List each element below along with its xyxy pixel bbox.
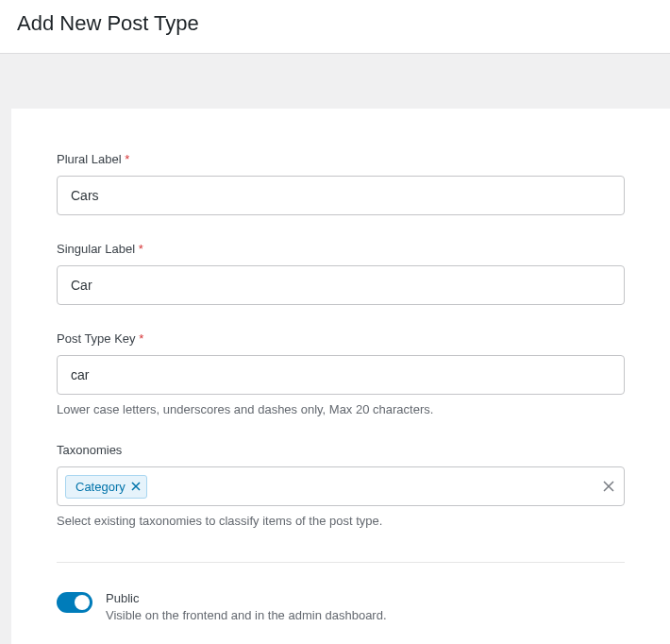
taxonomies-label: Taxonomies [57,443,625,457]
field-post-type-key: Post Type Key * Lower case letters, unde… [57,331,625,416]
field-plural-label: Plural Label * [57,152,625,215]
form-card: Plural Label * Singular Label * Post Typ… [11,109,670,644]
taxonomies-input[interactable]: Category [57,466,625,506]
public-toggle[interactable] [57,592,92,613]
required-asterisk: * [139,242,143,256]
taxonomies-help: Select existing taxonomies to classify i… [57,514,625,528]
label-text: Post Type Key [57,331,136,346]
plural-label-label: Plural Label * [57,152,625,166]
content-wrap: Plural Label * Singular Label * Post Typ… [0,54,670,644]
field-taxonomies: Taxonomies Category Select existing taxo… [57,443,625,528]
page-title: Add New Post Type [17,11,653,36]
public-description: Visible on the frontend and in the admin… [106,608,387,622]
singular-label-label: Singular Label * [57,242,625,256]
section-divider [57,562,625,563]
toggle-text: Public Visible on the frontend and in th… [106,591,387,622]
public-label: Public [106,591,387,605]
clear-all-icon[interactable] [603,481,614,492]
post-type-key-input[interactable] [57,355,625,395]
post-type-key-help: Lower case letters, underscores and dash… [57,402,625,416]
close-icon[interactable] [131,482,141,491]
plural-label-input[interactable] [57,176,625,215]
taxonomy-chip-category: Category [65,475,147,499]
required-asterisk: * [139,331,143,346]
chip-label: Category [75,480,126,494]
field-public: Public Visible on the frontend and in th… [57,591,625,622]
label-text: Plural Label [57,152,122,166]
page-header: Add New Post Type [0,0,670,54]
field-singular-label: Singular Label * [57,242,625,305]
post-type-key-label: Post Type Key * [57,331,625,346]
singular-label-input[interactable] [57,265,625,305]
toggle-knob [75,595,90,610]
label-text: Singular Label [57,242,135,256]
required-asterisk: * [125,152,129,166]
